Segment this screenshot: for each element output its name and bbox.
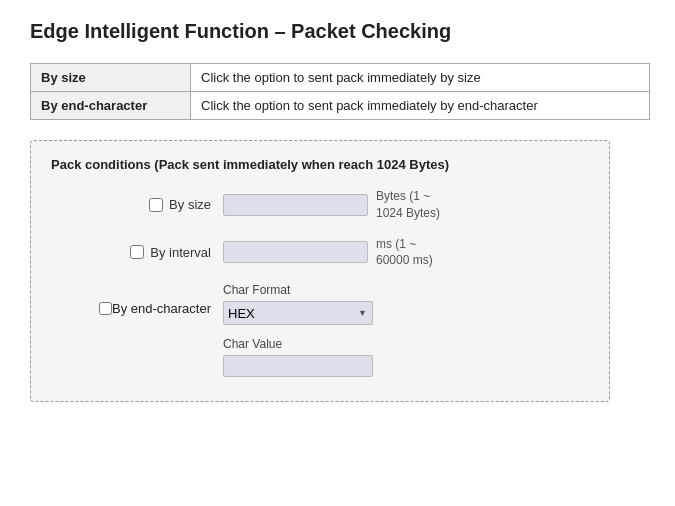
by-size-label-cell: By size bbox=[51, 197, 211, 212]
by-size-row: By size Bytes (1 ~ 1024 Bytes) bbox=[51, 188, 589, 222]
by-end-char-label-cell: By end-character bbox=[51, 283, 211, 316]
term-by-end-char: By end-character bbox=[31, 92, 191, 120]
info-table: By size Click the option to sent pack im… bbox=[30, 63, 650, 120]
by-interval-row: By interval ms (1 ~ 60000 ms) bbox=[51, 236, 589, 270]
page-title: Edge Intelligent Function – Packet Check… bbox=[30, 20, 645, 43]
table-row: By size Click the option to sent pack im… bbox=[31, 64, 650, 92]
by-end-char-section: By end-character Char Format HEX ASCII C… bbox=[51, 283, 589, 377]
by-size-label: By size bbox=[169, 197, 211, 212]
by-interval-checkbox[interactable] bbox=[130, 245, 144, 259]
pack-conditions-box: Pack conditions (Pack sent immediately w… bbox=[30, 140, 610, 402]
by-interval-label: By interval bbox=[150, 245, 211, 260]
table-row: By end-character Click the option to sen… bbox=[31, 92, 650, 120]
page-container: Edge Intelligent Function – Packet Check… bbox=[0, 0, 675, 422]
by-interval-label-cell: By interval bbox=[51, 245, 211, 260]
by-size-input[interactable] bbox=[223, 194, 368, 216]
pack-box-title: Pack conditions (Pack sent immediately w… bbox=[51, 157, 589, 172]
by-interval-unit: ms (1 ~ 60000 ms) bbox=[376, 236, 446, 270]
desc-by-end-char: Click the option to sent pack immediatel… bbox=[191, 92, 650, 120]
by-size-unit: Bytes (1 ~ 1024 Bytes) bbox=[376, 188, 446, 222]
by-size-input-cell: Bytes (1 ~ 1024 Bytes) bbox=[223, 188, 446, 222]
by-size-checkbox[interactable] bbox=[149, 198, 163, 212]
by-interval-input-cell: ms (1 ~ 60000 ms) bbox=[223, 236, 446, 270]
term-by-size: By size bbox=[31, 64, 191, 92]
by-end-char-checkbox[interactable] bbox=[99, 302, 112, 315]
char-value-label: Char Value bbox=[223, 337, 373, 351]
char-format-label: Char Format bbox=[223, 283, 373, 297]
char-value-input[interactable] bbox=[223, 355, 373, 377]
char-format-select[interactable]: HEX ASCII bbox=[223, 301, 373, 325]
by-interval-input[interactable] bbox=[223, 241, 368, 263]
desc-by-size: Click the option to sent pack immediatel… bbox=[191, 64, 650, 92]
end-char-content: Char Format HEX ASCII Char Value bbox=[223, 283, 373, 377]
by-end-char-label: By end-character bbox=[112, 301, 211, 316]
char-format-select-wrapper: HEX ASCII bbox=[223, 301, 373, 325]
